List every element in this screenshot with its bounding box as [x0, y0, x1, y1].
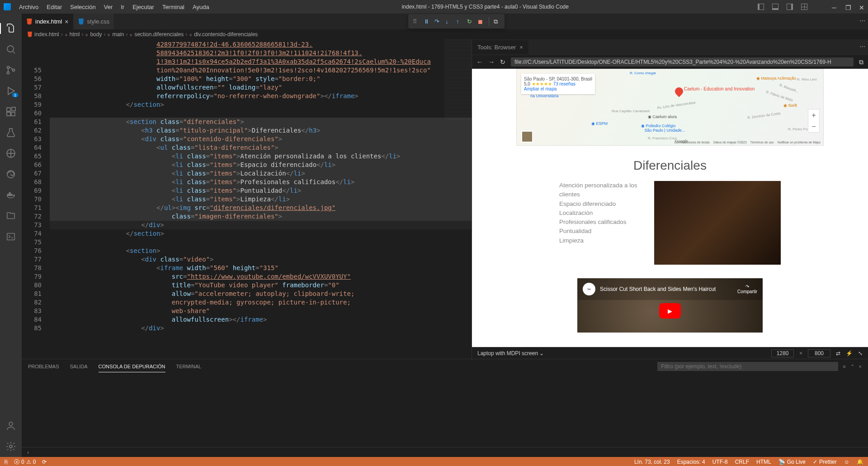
menu-seleccion[interactable]: Selección — [66, 2, 99, 12]
code-editor[interactable]: 5556575859606162636465666768697071727374… — [22, 39, 472, 359]
wand-icon[interactable]: ⚡ — [846, 350, 853, 357]
prettier[interactable]: ✓ Prettier — [813, 459, 837, 465]
tab-consola[interactable]: CONSOLA DE DEPURACIÓN — [99, 361, 165, 372]
extensions-icon[interactable] — [5, 106, 16, 117]
close-panel-icon[interactable]: × — [859, 364, 862, 369]
debug-status-icon[interactable]: ⟳ — [42, 459, 47, 465]
source-control-icon[interactable] — [5, 65, 16, 76]
width-input[interactable] — [771, 349, 794, 357]
testing-icon[interactable] — [5, 127, 16, 138]
run-debug-icon[interactable]: 1 — [5, 86, 16, 96]
live-server-icon[interactable] — [5, 148, 16, 159]
browser-nav: ← → ↻ ⧉ — [472, 55, 868, 69]
tab-salida[interactable]: SALIDA — [70, 361, 87, 372]
crumb-main[interactable]: ⬨main — [107, 31, 124, 38]
line-col[interactable]: Lín. 73, col. 23 — [634, 459, 670, 465]
activity-bar: 1 — [0, 14, 22, 457]
close-icon[interactable]: ✕ — [859, 4, 864, 10]
menu-ayuda[interactable]: Ayuda — [189, 2, 213, 12]
encoding[interactable]: UTF-8 — [712, 459, 728, 465]
minimize-icon[interactable]: ─ — [832, 4, 837, 10]
crumb-div[interactable]: ⬨div.contenido-diferenciales — [189, 31, 258, 38]
crumb-section[interactable]: ⬨section.diferenciales — [129, 31, 184, 38]
layout-right-icon[interactable] — [787, 4, 793, 10]
crumb-body[interactable]: ⬨body — [85, 31, 102, 38]
zoom-out-icon[interactable]: − — [811, 123, 816, 131]
poi-espm: ◉ ESPM — [591, 121, 608, 126]
drag-handle-icon[interactable]: ⠿ — [413, 18, 419, 24]
tab-tools-browser[interactable]: Tools: Browser × — [472, 40, 528, 54]
maximize-icon[interactable]: ❐ — [845, 4, 851, 10]
pegman-icon[interactable] — [521, 131, 533, 143]
accounts-icon[interactable] — [5, 420, 16, 431]
menu-ejecutar[interactable]: Ejecutar — [129, 2, 158, 12]
editor-more-icon[interactable]: ⋯ — [859, 17, 865, 24]
code-content[interactable]: 4289779974874!2d-46.63606528866581!3d-23… — [50, 39, 472, 359]
menu-editar[interactable]: Editar — [43, 2, 66, 12]
eol[interactable]: CRLF — [735, 459, 749, 465]
tab-close-icon[interactable]: × — [519, 44, 523, 51]
remote-icon[interactable]: ⎘ — [5, 459, 8, 465]
collapse-icon[interactable]: ⌃ — [850, 364, 854, 370]
share-icon[interactable]: ↷Compartir — [737, 284, 757, 294]
back-icon[interactable]: ← — [476, 58, 483, 66]
stop-icon[interactable]: ◼ — [478, 18, 484, 24]
menu-ver[interactable]: Ver — [100, 2, 117, 12]
video-title: Scissor Cut Short Back and Sides Men's H… — [600, 286, 716, 292]
open-external-icon[interactable]: ⧉ — [859, 58, 863, 66]
layout-left-icon[interactable] — [758, 4, 764, 10]
tab-style-css[interactable]: style.css — [73, 14, 114, 29]
go-live[interactable]: 📡 Go Live — [778, 459, 806, 465]
tab-terminal[interactable]: TERMINAL — [176, 361, 202, 372]
console-icon[interactable] — [5, 231, 16, 242]
edge-icon[interactable] — [5, 169, 16, 180]
debug-toolbar[interactable]: ⠿ ⏸ ↷ ↓ ↑ ↻ ◼ ⧉ — [408, 14, 505, 29]
explorer-icon[interactable] — [5, 23, 16, 34]
preview-viewport[interactable]: São Paulo - SP, 04101-300, Brasil 5,0 ★★… — [472, 69, 868, 347]
folder-icon[interactable] — [5, 210, 16, 221]
device-select[interactable]: Laptop with MDPI screen ⌄ — [477, 350, 544, 357]
spaces[interactable]: Espacios: 4 — [677, 459, 705, 465]
preview-map[interactable]: São Paulo - SP, 04101-300, Brasil 5,0 ★★… — [516, 69, 824, 146]
tab-problemas[interactable]: PROBLEMAS — [28, 361, 59, 372]
step-into-icon[interactable]: ↓ — [445, 18, 452, 24]
filter-settings-icon[interactable]: ≡ — [843, 364, 845, 369]
preview-list: Atención personalizada a los clientesEsp… — [559, 181, 641, 265]
layout-bottom-icon[interactable] — [772, 4, 778, 10]
language-mode[interactable]: HTML — [756, 459, 771, 465]
breadcrumbs-bottom[interactable]: › — [22, 447, 868, 457]
menu-ir[interactable]: Ir — [117, 2, 128, 12]
tab-index-html[interactable]: index.html × — [22, 14, 73, 29]
browser-more-icon[interactable]: ⋯ — [859, 43, 865, 50]
restart-icon[interactable]: ↻ — [467, 18, 473, 24]
zoom-in-icon[interactable]: + — [811, 111, 816, 119]
height-input[interactable] — [808, 349, 830, 357]
feedback-icon[interactable]: ☺ — [844, 459, 849, 465]
menu-archivo[interactable]: Archivo — [15, 2, 42, 12]
devtools-icon[interactable]: ⧉ — [494, 18, 500, 24]
pause-icon[interactable]: ⏸ — [424, 18, 430, 24]
preview-video[interactable]: ✂ Scissor Cut Short Back and Sides Men's… — [577, 278, 763, 333]
drag-icon[interactable]: ⤡ — [858, 350, 863, 357]
errors-warnings[interactable]: ⓧ 0 ⚠ 0 — [14, 458, 36, 466]
step-out-icon[interactable]: ↑ — [456, 18, 462, 24]
url-bar[interactable] — [511, 57, 854, 67]
menu-terminal[interactable]: Terminal — [159, 2, 188, 12]
filter-input[interactable] — [657, 362, 838, 371]
play-icon[interactable]: ▶ — [659, 303, 681, 319]
forward-icon[interactable]: → — [488, 58, 495, 66]
minimap[interactable] — [444, 39, 472, 121]
bell-icon[interactable]: 🔔 — [857, 459, 863, 465]
swap-icon[interactable]: ⇄ — [836, 350, 840, 357]
poi-caelum: ◉ Caelum alura — [648, 114, 677, 119]
crumb-html[interactable]: ⬨html — [65, 31, 80, 38]
tab-close-icon[interactable]: × — [65, 18, 68, 25]
layout-grid-icon[interactable] — [801, 4, 807, 10]
settings-gear-icon[interactable] — [5, 441, 16, 452]
map-zoom[interactable]: +− — [808, 109, 820, 133]
crumb-file[interactable]: index.html — [27, 31, 59, 38]
step-over-icon[interactable]: ↷ — [434, 18, 441, 24]
search-icon[interactable] — [5, 44, 16, 55]
docker-icon[interactable] — [5, 190, 16, 200]
reload-icon[interactable]: ↻ — [500, 58, 505, 66]
